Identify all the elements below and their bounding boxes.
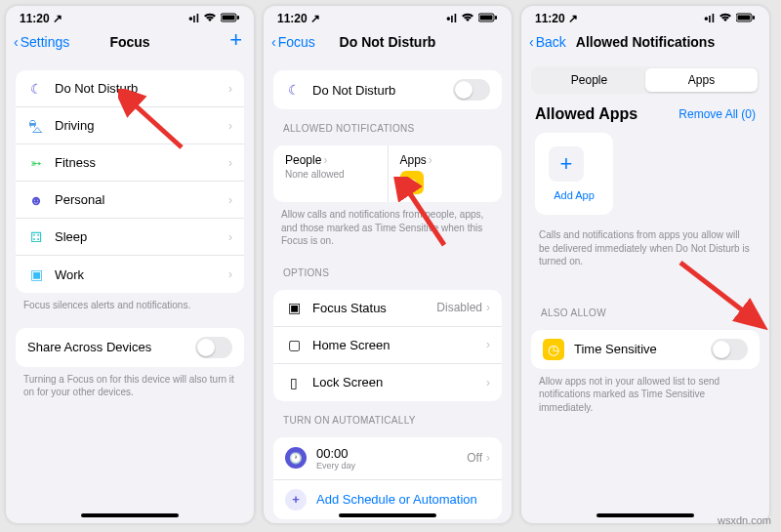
time-sensitive-icon: ◷	[543, 339, 564, 360]
seg-apps[interactable]: Apps	[645, 68, 758, 92]
status-time: 11:20	[277, 12, 308, 25]
allowed-apps-title: Allowed Apps	[535, 105, 637, 123]
svg-rect-1	[223, 16, 235, 20]
status-icon: ▣	[285, 299, 303, 316]
status-bar: 11:20 ↗ •ıl	[6, 6, 254, 27]
option-lock-screen[interactable]: ▯ Lock Screen ›	[273, 364, 502, 401]
briefcase-icon: ▣	[27, 266, 45, 283]
apps-label: Apps	[400, 153, 427, 167]
option-focus-status[interactable]: ▣ Focus Status Disabled ›	[273, 290, 502, 327]
chevron-right-icon: ›	[486, 301, 490, 314]
battery-icon	[221, 12, 240, 25]
back-button[interactable]: ‹ Back	[529, 34, 566, 50]
chevron-right-icon: ›	[228, 156, 232, 170]
svg-rect-5	[480, 16, 493, 20]
people-sub: None allowed	[285, 169, 376, 180]
seg-people[interactable]: People	[533, 68, 645, 92]
clock-icon: 🕐	[285, 447, 307, 469]
add-app-tile[interactable]: + Add App	[535, 133, 613, 215]
dnd-row[interactable]: ☾ Do Not Disturb	[273, 70, 502, 109]
row-label: Work	[55, 267, 228, 282]
chevron-right-icon: ›	[228, 119, 232, 133]
footer-text: Focus silences alerts and notifications.	[6, 293, 254, 318]
car-icon: ⛍	[27, 117, 45, 135]
row-label: Do Not Disturb	[312, 83, 453, 98]
section-header: ALLOWED NOTIFICATIONS	[264, 109, 512, 136]
moon-icon: ☾	[285, 81, 303, 99]
row-label: Driving	[55, 118, 228, 133]
time-sensitive-row[interactable]: ◷ Time Sensitive	[531, 330, 760, 369]
schedule-label: 00:00 Every day	[316, 446, 467, 471]
chevron-left-icon: ‹	[529, 34, 534, 50]
add-button[interactable]: +	[229, 27, 242, 53]
footer-text: Allow apps not in your allowed list to s…	[521, 369, 769, 421]
footer-text: Allow calls and notifications from peopl…	[264, 202, 512, 254]
phone-dnd: 11:20 ↗ •ıl ‹ Focus Do Not Disturb ☾ Do …	[264, 6, 512, 523]
signal-icon: •ıl	[188, 12, 199, 25]
chevron-right-icon: ›	[486, 451, 490, 465]
dnd-toggle-group: ☾ Do Not Disturb	[273, 70, 502, 109]
share-row[interactable]: Share Across Devices	[16, 328, 244, 367]
watermark: wsxdn.com	[718, 514, 771, 526]
back-label: Focus	[278, 34, 315, 50]
footer-text: Turning a Focus on for this device will …	[6, 367, 254, 405]
status-time: 11:20	[535, 12, 565, 25]
option-home-screen[interactable]: ▢ Home Screen ›	[273, 327, 502, 364]
time-value: 00:00	[316, 446, 467, 461]
row-detail: Disabled	[436, 301, 482, 314]
row-label: Focus Status	[312, 301, 436, 315]
status-time: 11:20	[20, 12, 50, 25]
focus-item-driving[interactable]: ⛍ Driving ›	[16, 107, 244, 144]
wifi-icon	[719, 12, 732, 25]
status-bar: 11:20 ↗ •ıl	[521, 6, 769, 27]
add-schedule-label: Add Schedule or Automation	[316, 492, 477, 507]
section-header: TURN ON AUTOMATICALLY	[264, 401, 512, 428]
footer-text: Have this Focus turn on automatically at…	[264, 519, 512, 524]
schedule-row[interactable]: 🕐 00:00 Every day Off ›	[273, 437, 502, 480]
focus-item-sleep[interactable]: ⚃ Sleep ›	[16, 219, 244, 256]
fitness-icon: ➳	[27, 154, 45, 172]
chevron-right-icon: ›	[429, 153, 432, 167]
section-header: OPTIONS	[264, 254, 512, 280]
chevron-right-icon: ›	[228, 267, 232, 281]
back-button[interactable]: ‹ Focus	[271, 34, 315, 50]
nav-bar: ‹ Focus Do Not Disturb	[264, 27, 512, 61]
person-icon: ☻	[27, 191, 45, 209]
lock-icon: ▯	[285, 374, 303, 391]
status-bar: 11:20 ↗ •ıl	[264, 6, 512, 27]
row-label: Sleep	[55, 229, 228, 244]
time-sensitive-toggle[interactable]	[711, 339, 748, 360]
focus-list: ☾ Do Not Disturb › ⛍ Driving › ➳ Fitness…	[16, 70, 244, 293]
share-toggle[interactable]	[195, 337, 232, 358]
signal-icon: •ıl	[446, 12, 457, 25]
apps-cell[interactable]: Apps› ◎	[389, 145, 503, 202]
battery-icon	[478, 12, 498, 25]
signal-icon: •ıl	[704, 12, 715, 25]
dnd-toggle[interactable]	[453, 79, 490, 101]
segmented-control[interactable]: People Apps	[531, 66, 760, 94]
row-detail: Off	[467, 451, 482, 465]
phone-focus: 11:20 ↗ •ıl ‹ Settings Focus + ☾ D	[6, 6, 254, 523]
chevron-left-icon: ‹	[271, 34, 276, 50]
people-cell[interactable]: People› None allowed	[273, 145, 389, 202]
location-icon: ↗	[310, 12, 320, 25]
row-label: Share Across Devices	[27, 340, 195, 354]
focus-item-fitness[interactable]: ➳ Fitness ›	[16, 144, 244, 182]
back-label: Settings	[21, 34, 70, 50]
focus-item-personal[interactable]: ☻ Personal ›	[16, 182, 244, 219]
row-label: Time Sensitive	[574, 342, 711, 356]
people-label: People	[285, 153, 321, 167]
chevron-right-icon: ›	[486, 338, 490, 351]
home-icon: ▢	[285, 336, 303, 353]
remove-all-link[interactable]: Remove All (0)	[678, 107, 756, 121]
home-indicator	[81, 513, 179, 517]
back-button[interactable]: ‹ Settings	[14, 34, 69, 50]
focus-item-dnd[interactable]: ☾ Do Not Disturb ›	[16, 70, 244, 107]
chevron-right-icon: ›	[323, 153, 327, 167]
svg-rect-2	[237, 16, 239, 20]
options-group: ▣ Focus Status Disabled › ▢ Home Screen …	[273, 290, 502, 401]
back-label: Back	[536, 34, 566, 50]
location-icon: ↗	[53, 12, 62, 25]
svg-rect-6	[495, 16, 497, 20]
focus-item-work[interactable]: ▣ Work ›	[16, 256, 244, 293]
